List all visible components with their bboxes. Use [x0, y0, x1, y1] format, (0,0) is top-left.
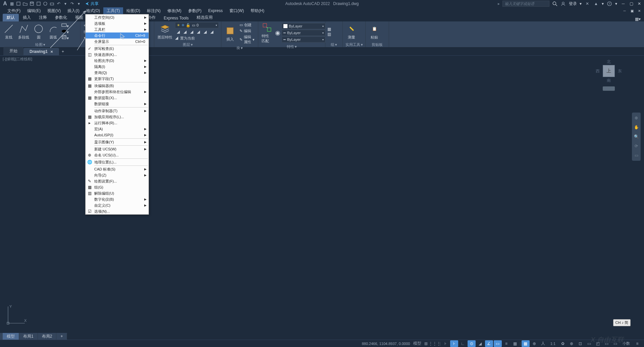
layout-add-button[interactable]: +: [56, 333, 67, 339]
ribbon-tab[interactable]: 默认: [3, 14, 19, 21]
help-dd[interactable]: ▾: [615, 1, 617, 6]
menu-标注[interactable]: 标注(N): [144, 7, 164, 14]
layer-icon[interactable]: ◢: [175, 36, 178, 41]
doc-close-button[interactable]: ✕: [636, 8, 643, 14]
layout-tab[interactable]: 布局1: [19, 333, 38, 340]
model-button[interactable]: 模型: [413, 340, 421, 347]
menu-item[interactable]: ⊕命名 UCS(U)...: [86, 152, 149, 158]
share-link[interactable]: 共享: [85, 1, 99, 7]
menu-item[interactable]: 🌐地理位置(L)...: [86, 159, 149, 165]
linetype-dropdown[interactable]: ━ByLayer▾: [282, 37, 325, 43]
hw-icon[interactable]: ▭: [602, 340, 610, 347]
a360-dd[interactable]: ▾: [602, 1, 604, 6]
menu-帮助[interactable]: 帮助(H): [247, 7, 268, 14]
menu-item[interactable]: 数字化仪(B)▶: [86, 196, 149, 202]
arc-button[interactable]: 圆弧: [47, 23, 60, 40]
login-dd[interactable]: ▾: [580, 1, 582, 6]
gizmo-icon[interactable]: ⊕: [530, 340, 538, 347]
layer-icon[interactable]: ◢: [182, 29, 188, 35]
menu-item[interactable]: ▥解除编组(U): [86, 190, 149, 196]
menu-item[interactable]: ▦组(G): [86, 184, 149, 190]
menu-item[interactable]: 新建 UCS(W)▶: [86, 146, 149, 152]
apps-icon[interactable]: ✕: [584, 1, 590, 7]
edit-attr-button[interactable]: ✎ 编辑属性▾: [238, 34, 256, 45]
group-icon[interactable]: ▦: [327, 27, 331, 31]
scale-display[interactable]: 1:1: [548, 342, 558, 346]
viewport-label[interactable]: [-][俯视][二维线框]: [3, 57, 32, 62]
menu-item[interactable]: 全屏显示Ctrl+0: [86, 39, 149, 45]
compass-n[interactable]: 北: [607, 59, 611, 65]
menu-参数[interactable]: 参数(P): [185, 7, 205, 14]
menu-窗口[interactable]: 窗口(W): [226, 7, 247, 14]
create-button[interactable]: ▭ 创建: [238, 22, 256, 28]
ribbon-tab[interactable]: 参数化: [51, 14, 71, 21]
ucs-icon[interactable]: Y X: [5, 303, 28, 328]
menu-item[interactable]: ☑选项(N)...: [86, 208, 149, 214]
infer-icon[interactable]: ⊦: [441, 340, 449, 347]
login-label[interactable]: 登录: [569, 1, 577, 7]
clean-icon[interactable]: ▭: [611, 340, 619, 347]
line-button[interactable]: 直线: [2, 23, 15, 40]
menu-item[interactable]: ▦块编辑器(B): [86, 83, 149, 89]
layer-icon[interactable]: ◢: [189, 29, 195, 35]
new-tab-button[interactable]: +: [59, 48, 67, 55]
doc-min-button[interactable]: ─: [621, 8, 628, 14]
menu-item[interactable]: 显示图像(Y)▶: [86, 139, 149, 145]
compass-e[interactable]: 东: [618, 68, 622, 74]
menu-绘图[interactable]: 绘图(D): [123, 7, 144, 14]
menu-item[interactable]: ✓拼写检查(E): [86, 46, 149, 52]
a360-icon[interactable]: ▲: [593, 1, 599, 7]
menu-item[interactable]: 工作空间(O)▶: [86, 14, 149, 20]
nav-show-icon[interactable]: ▭: [632, 151, 641, 159]
new-icon[interactable]: [15, 1, 21, 7]
menu-item[interactable]: 外部参照和块在位编辑▶: [86, 89, 149, 95]
redo-icon[interactable]: ↷: [69, 1, 75, 7]
hatch-icon[interactable]: ▾: [61, 35, 69, 41]
menu-item[interactable]: 隔离(I)▶: [86, 64, 149, 70]
layer-icon[interactable]: ◢: [195, 29, 201, 35]
menu-item[interactable]: ◫快速选择(K)...: [86, 52, 149, 58]
units-display[interactable]: 小数: [620, 341, 633, 346]
menu-修改[interactable]: 修改(M): [164, 7, 185, 14]
saveas-icon[interactable]: [36, 1, 42, 7]
ungroup-icon[interactable]: ▥: [327, 32, 331, 37]
coords-display[interactable]: 880.2466, 1104.8937, 0.0000: [359, 342, 413, 346]
ws-icon[interactable]: ⊕: [568, 340, 576, 347]
open-icon[interactable]: [22, 1, 28, 7]
menu-item[interactable]: 宏(A)▶: [86, 126, 149, 132]
menu-icon[interactable]: ≡: [633, 340, 641, 347]
search-input[interactable]: 输入关键字或短语: [502, 1, 549, 7]
wcs-badge[interactable]: WCS: [603, 86, 614, 91]
ribbon-tab[interactable]: 插入: [19, 14, 35, 21]
ribbon-extra-icon[interactable]: ▦▾: [635, 17, 641, 21]
save-icon[interactable]: [29, 1, 35, 7]
ortho-icon[interactable]: ∟: [459, 340, 467, 347]
dyn-icon[interactable]: ⊦: [450, 340, 458, 347]
snap-icon[interactable]: ⋮⋮⋮: [431, 340, 439, 347]
menu-item[interactable]: ▦加载应用程序(L)...: [86, 114, 149, 120]
paste-button[interactable]: 📋粘贴: [368, 23, 381, 40]
lwt-icon[interactable]: ≡: [502, 340, 511, 347]
menu-item[interactable]: ▸运行脚本(R)...: [86, 120, 149, 126]
menu-item[interactable]: 自定义(C)▶: [86, 202, 149, 208]
viewcube-top[interactable]: 上: [603, 65, 615, 77]
layer-props-button[interactable]: 图层特性: [156, 23, 174, 40]
osnap-icon[interactable]: ∠: [485, 340, 493, 347]
undo-icon[interactable]: ↶: [56, 1, 62, 7]
menu-item[interactable]: 命令行Ctrl+9: [86, 32, 149, 39]
set-current-button[interactable]: 置为当前: [179, 36, 196, 41]
nav-fullnav-icon[interactable]: ⊕: [632, 114, 641, 122]
ui-icon[interactable]: ◰: [594, 340, 602, 347]
nav-pan-icon[interactable]: ✋: [632, 123, 641, 131]
close-button[interactable]: ✕: [636, 1, 643, 7]
ellipse-icon[interactable]: ▾: [61, 29, 69, 34]
ribbon-tab[interactable]: 视图: [71, 14, 87, 21]
menu-item[interactable]: 数据链接▶: [86, 101, 149, 107]
ribbon-tab[interactable]: 精选应用: [193, 14, 217, 21]
search-icon[interactable]: [552, 1, 557, 6]
menu-item[interactable]: CAD 标准(S)▶: [86, 166, 149, 172]
layer-icon[interactable]: ◢: [175, 29, 181, 35]
menu-item[interactable]: 动作录制器(T)▶: [86, 108, 149, 114]
web-icon[interactable]: [42, 1, 48, 7]
maximize-button[interactable]: ▢: [628, 1, 635, 7]
